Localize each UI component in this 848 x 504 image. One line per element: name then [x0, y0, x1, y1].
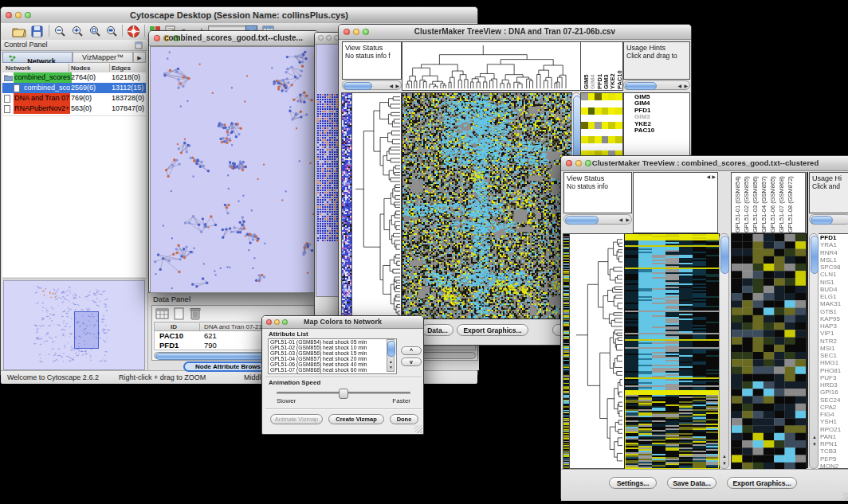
tv2-zoom-heatmap-canvas[interactable] — [731, 233, 807, 471]
attribute-item[interactable]: GPL51-03 (GSM856) heat shock 15 min — [269, 350, 396, 356]
tab-network[interactable]: Network — [2, 52, 73, 63]
scroll-left-icon[interactable]: ◀ — [618, 217, 622, 222]
tv1-zoom-matrix-cell[interactable] — [581, 136, 588, 143]
attribute-item[interactable]: GPL51-06 (GSM865) heat shock 40 min — [269, 361, 396, 367]
dense-grid-canvas[interactable] — [316, 94, 339, 244]
tv1-zoom-matrix-cell[interactable] — [615, 93, 622, 100]
gene-label[interactable]: FIG4 — [820, 411, 841, 418]
gene-label[interactable]: RPO21 — [820, 426, 841, 433]
scroll-down-icon[interactable]: ▼ — [812, 442, 817, 447]
attribute-item[interactable]: GPL51-01 (GSM854) heat shock 05 min — [269, 339, 396, 345]
tv1-zoom-matrix-cell[interactable] — [595, 136, 602, 143]
tv2-row-dendrogram-canvas[interactable] — [570, 234, 624, 468]
network-table-row[interactable]: combined_sco2569(6)13112(15) — [2, 83, 146, 93]
scroll-right-icon[interactable]: ▶ — [626, 217, 630, 222]
scroll-left-icon[interactable]: ◀ — [389, 84, 393, 88]
tv1-zoom-matrix-cell[interactable] — [595, 107, 602, 115]
gene-label[interactable]: PHO81 — [820, 367, 841, 374]
gene-label[interactable]: HRD3 — [820, 381, 841, 389]
tv2-button-2[interactable]: Export Graphics... — [727, 477, 797, 489]
gene-label[interactable]: MSI1 — [820, 345, 841, 352]
tv2-column-label[interactable]: GPL51-02 (GSM855) — [743, 173, 752, 232]
tv1-column-label[interactable]: GIM4 — [589, 43, 595, 89]
attribute-item[interactable]: GPL51-02 (GSM855) heat shock 10 min — [269, 345, 396, 350]
network-view-titlebar[interactable]: combined_scores_good.txt--cluste... — [149, 31, 318, 46]
tv2-row-dendrogram-panel[interactable] — [569, 233, 625, 469]
attribute-item[interactable]: GPL51-07 (GSM868) heat shock 60 min — [269, 367, 396, 373]
gene-label[interactable]: CLN1 — [820, 271, 841, 278]
tv1-zoom-matrix-cell[interactable] — [588, 122, 595, 129]
trash-icon[interactable] — [190, 307, 201, 320]
tv1-status-scrollbar-thumb[interactable] — [344, 82, 372, 90]
tv1-column-label[interactable]: YKE2 — [609, 43, 615, 89]
scroll-left-icon[interactable]: ◀ — [677, 84, 681, 88]
tv1-row-dendrogram-canvas[interactable] — [352, 93, 401, 318]
scroll-left-icon[interactable]: ◀ — [706, 174, 710, 179]
move-up-button[interactable]: ^ — [401, 346, 422, 355]
gene-label[interactable]: RNR4 — [820, 249, 841, 256]
tv2-status-scrollbar[interactable]: ◀ ▶ — [563, 214, 632, 225]
tv1-button-0[interactable]: Data... — [422, 324, 453, 336]
scroll-right-icon[interactable]: ▶ — [684, 84, 688, 88]
tv2-hints-scrollbar[interactable] — [809, 214, 848, 225]
dialog-button-animate-vizmap[interactable]: Animate Vizmap — [270, 414, 323, 424]
gene-label[interactable]: YSH1 — [820, 418, 841, 425]
window-controls[interactable] — [318, 35, 340, 41]
tv1-zoom-matrix-cell[interactable] — [588, 136, 595, 143]
scroll-down-icon[interactable]: ▼ — [722, 461, 727, 466]
move-down-button[interactable]: v — [401, 357, 422, 366]
scroll-up-icon[interactable]: ▲ — [722, 454, 727, 459]
tv2-column-label[interactable]: GPL51-07 (GSM868) — [778, 173, 787, 232]
gene-label[interactable]: NIS1 — [820, 279, 841, 286]
background-network-canvas-area[interactable] — [316, 44, 340, 297]
tv1-button-1[interactable]: Export Graphics... — [457, 324, 528, 336]
attribute-item[interactable]: GPL51-04 (GSM857) heat shock 20 min — [269, 356, 396, 361]
resize-grip[interactable] — [414, 425, 422, 433]
tv1-row-dendrogram-panel[interactable] — [351, 92, 402, 319]
network-table-row[interactable]: combined_scores2764(0)16218(0) — [2, 72, 146, 83]
gene-label[interactable]: PFD1 — [820, 234, 841, 241]
gene-label[interactable]: MON2 — [820, 463, 841, 469]
tv2-column-label[interactable]: GPL51-04 (GSM857) — [760, 173, 769, 232]
gene-label[interactable]: ELG1 — [820, 293, 841, 300]
tv1-zoom-matrix-cell[interactable] — [615, 136, 622, 143]
tv2-button-0[interactable]: Settings... — [609, 477, 657, 489]
tv1-column-label[interactable]: PFD1 — [596, 43, 603, 89]
gene-label[interactable]: HAP3 — [820, 322, 841, 330]
gene-label[interactable]: TCB3 — [820, 447, 841, 455]
zoom-selected-icon[interactable] — [88, 25, 102, 38]
gene-label[interactable]: CPA2 — [820, 404, 841, 411]
tv2-labels-scrollbar-thumb[interactable] — [811, 236, 819, 274]
dialog-titlebar[interactable]: Map Colors to Network — [262, 316, 423, 329]
gene-label[interactable]: PUF3 — [820, 374, 841, 381]
tv1-column-dendrogram-panel[interactable] — [402, 41, 571, 91]
tv2-column-label[interactable]: GPL51-08 (GSM872) — [787, 173, 795, 232]
col-header-nodes[interactable]: Nodes — [71, 64, 90, 72]
gene-label[interactable]: KAP95 — [820, 315, 841, 322]
treeview2-titlebar[interactable]: ClusterMaker TreeView : combined_scores_… — [561, 156, 848, 171]
tv2-column-label[interactable]: GPL51-03 (GSM856) — [752, 173, 760, 232]
minimize-icon[interactable] — [326, 35, 332, 41]
save-icon[interactable] — [31, 25, 43, 37]
tv1-zoom-matrix-cell[interactable] — [581, 93, 588, 100]
tv1-zoom-matrix[interactable] — [581, 93, 622, 135]
open-folder-icon[interactable] — [12, 25, 26, 37]
tv1-zoom-matrix-cell[interactable] — [602, 136, 609, 143]
tv1-zoom-matrix-cell[interactable] — [615, 122, 622, 129]
gene-label[interactable]: SPC98 — [820, 264, 841, 271]
tv1-zoom-matrix-cell[interactable] — [588, 93, 595, 100]
close-icon[interactable] — [318, 35, 324, 41]
zoom-out-icon[interactable] — [53, 25, 67, 38]
data-col-id[interactable]: ID — [171, 323, 177, 330]
tv1-zoom-matrix-cell[interactable] — [595, 93, 602, 100]
gene-label[interactable]: RPN1 — [820, 440, 841, 447]
tv2-hints-scrollbar-thumb[interactable] — [811, 216, 833, 225]
gene-label[interactable]: HMG1 — [820, 359, 841, 366]
gene-label[interactable]: GTB1 — [820, 308, 841, 315]
tv1-heatmap-canvas[interactable] — [402, 92, 572, 319]
dialog-button-done[interactable]: Done — [390, 414, 418, 424]
gene-label[interactable]: MSL1 — [820, 256, 841, 264]
tv2-column-dendrogram-panel[interactable]: ◀ ▶ — [633, 172, 718, 233]
tv2-column-label[interactable]: GPL51-06 (GSM865) — [769, 173, 778, 232]
scroll-right-icon[interactable]: ▶ — [712, 174, 716, 179]
